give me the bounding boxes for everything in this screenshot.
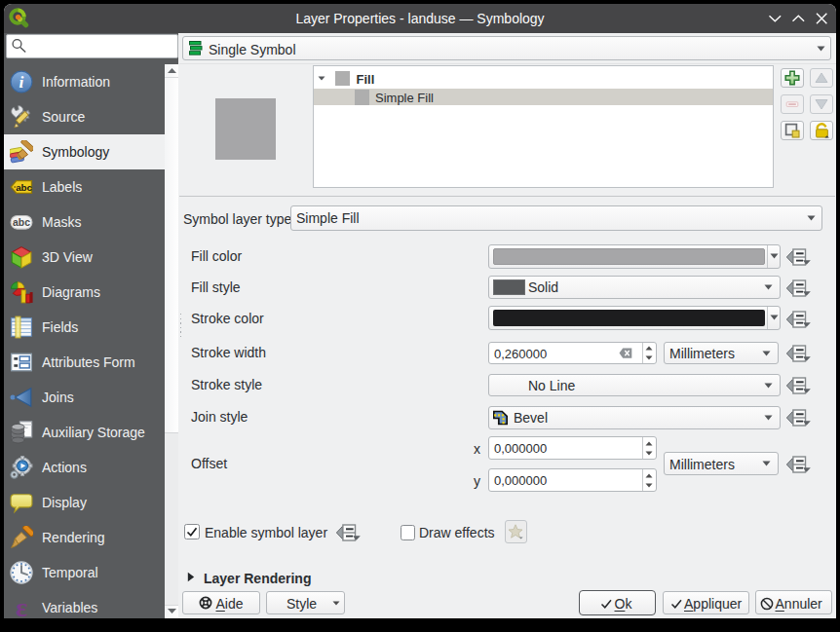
svg-text:i: i — [19, 72, 24, 92]
svg-text:abc: abc — [13, 217, 30, 228]
svg-text:ε: ε — [16, 596, 27, 619]
svg-text:abc: abc — [16, 182, 32, 193]
